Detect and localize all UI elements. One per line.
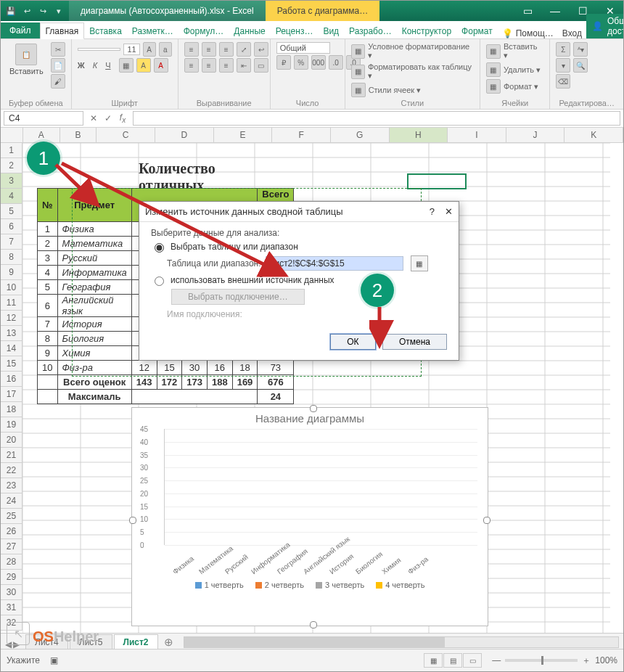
font-color-icon[interactable]: A: [154, 58, 168, 73]
row-header[interactable]: 29: [1, 570, 22, 585]
row-header[interactable]: 18: [1, 402, 22, 417]
tell-me[interactable]: 💡 Помощ…: [498, 28, 558, 38]
col-header[interactable]: B: [60, 128, 97, 142]
align-left-icon[interactable]: ≡: [184, 58, 199, 73]
zoom-level[interactable]: 100%: [595, 655, 617, 665]
row-header[interactable]: 8: [1, 250, 22, 265]
font-name[interactable]: [78, 48, 121, 51]
wrap-icon[interactable]: ↩: [254, 42, 268, 57]
row-header[interactable]: 23: [1, 478, 22, 493]
col-header[interactable]: F: [272, 128, 331, 142]
tab-review[interactable]: Реценз…: [271, 23, 319, 38]
format-table-button[interactable]: Форматировать как таблицу ▾: [368, 62, 474, 81]
find-icon[interactable]: 🔍: [573, 58, 588, 73]
name-box[interactable]: C4: [4, 111, 83, 126]
contextual-tab[interactable]: Работа с диаграмма…: [266, 1, 380, 21]
row-header[interactable]: 5: [1, 204, 22, 219]
save-icon[interactable]: 💾: [5, 5, 17, 17]
tab-format[interactable]: Формат: [456, 23, 498, 38]
paste-button[interactable]: 📋 Вставить: [7, 42, 46, 77]
insert-cells-button[interactable]: Вставить ▾: [504, 42, 543, 60]
tab-file[interactable]: Файл: [1, 22, 40, 38]
redo-icon[interactable]: ↪: [37, 5, 49, 17]
inc-dec-icon[interactable]: .0: [329, 55, 343, 70]
fx-icon[interactable]: fx: [115, 112, 130, 124]
view-normal-icon[interactable]: ▦: [424, 653, 443, 668]
view-page-icon[interactable]: ▤: [443, 653, 462, 668]
range-picker-icon[interactable]: ▦: [411, 255, 428, 271]
row-header[interactable]: 4: [1, 189, 22, 204]
row-header[interactable]: 16: [1, 372, 22, 387]
tab-view[interactable]: Вид: [318, 23, 344, 38]
align-mid-icon[interactable]: ≡: [202, 42, 216, 57]
col-header[interactable]: H: [390, 128, 448, 142]
new-sheet-icon[interactable]: ⊕: [158, 635, 179, 650]
cut-icon[interactable]: ✂: [51, 42, 65, 57]
row-header[interactable]: 31: [1, 600, 22, 615]
enter-fx-icon[interactable]: ✓: [101, 113, 115, 123]
select-all-corner[interactable]: [1, 128, 23, 142]
row-header[interactable]: 9: [1, 265, 22, 280]
font-size[interactable]: 11: [123, 44, 139, 55]
row-header[interactable]: 25: [1, 509, 22, 524]
comma-icon[interactable]: 000: [311, 55, 326, 70]
row-header[interactable]: 19: [1, 417, 22, 433]
chart-plot-area[interactable]: 051015202530354045: [164, 429, 477, 545]
ribbon-options-icon[interactable]: ▭: [514, 1, 541, 21]
clear-icon[interactable]: ⌫: [556, 74, 570, 89]
autosum-icon[interactable]: Σ: [556, 42, 570, 57]
undo-icon[interactable]: ↩: [21, 5, 33, 17]
grow-font-icon[interactable]: A: [143, 42, 156, 57]
horizontal-scrollbar[interactable]: [184, 636, 619, 648]
currency-icon[interactable]: ₽: [276, 55, 291, 70]
view-break-icon[interactable]: ▭: [463, 653, 482, 668]
row-header[interactable]: 21: [1, 448, 22, 463]
align-bot-icon[interactable]: ≡: [219, 42, 234, 57]
col-header[interactable]: D: [155, 128, 214, 142]
row-header[interactable]: 6: [1, 219, 22, 234]
col-header[interactable]: E: [214, 128, 273, 142]
orientation-icon[interactable]: ⤢: [237, 42, 251, 57]
tab-insert[interactable]: Вставка: [84, 23, 127, 38]
zoom-slider[interactable]: ― ＋ 100%: [492, 655, 617, 667]
column-headers[interactable]: A BCDEFGHIJK: [1, 128, 623, 143]
indent-dec-icon[interactable]: ⇤: [237, 58, 251, 73]
row-header[interactable]: 7: [1, 234, 22, 250]
tab-layout[interactable]: Разметк…: [127, 23, 178, 38]
cond-format-button[interactable]: Условное форматирование ▾: [368, 42, 474, 60]
minimize-icon[interactable]: ―: [542, 1, 568, 21]
col-header[interactable]: C: [97, 128, 155, 142]
row-header[interactable]: 30: [1, 585, 22, 600]
format-painter-icon[interactable]: 🖌: [51, 74, 65, 89]
embedded-chart[interactable]: Название диаграммы 051015202530354045 Фи…: [131, 407, 488, 626]
row-header[interactable]: 27: [1, 539, 22, 554]
bold-icon[interactable]: Ж: [78, 61, 85, 70]
row-header[interactable]: 3: [1, 173, 22, 189]
tab-data[interactable]: Данные: [229, 23, 270, 38]
radio-select-range[interactable]: [155, 243, 164, 253]
row-header[interactable]: 15: [1, 356, 22, 372]
row-headers[interactable]: 1234567891011121314151617181920212223242…: [1, 143, 22, 631]
tab-developer[interactable]: Разрабо…: [344, 23, 397, 38]
format-cells-button[interactable]: Формат ▾: [504, 82, 538, 91]
worksheet[interactable]: A BCDEFGHIJK 123456789101112131415161718…: [1, 128, 623, 634]
sheet-tab[interactable]: Лист2: [114, 634, 158, 650]
row-header[interactable]: 11: [1, 295, 22, 311]
tab-home[interactable]: Главная: [40, 22, 85, 39]
percent-icon[interactable]: %: [294, 55, 308, 70]
row-header[interactable]: 1: [1, 143, 22, 158]
row-header[interactable]: 17: [1, 387, 22, 402]
tab-design[interactable]: Конструктор: [397, 23, 456, 38]
merge-icon[interactable]: ▭: [254, 58, 268, 73]
copy-icon[interactable]: 📄: [51, 58, 65, 73]
col-header[interactable]: G: [331, 128, 390, 142]
border-icon[interactable]: ▦: [119, 58, 134, 73]
align-right-icon[interactable]: ≡: [219, 58, 234, 73]
radio-external[interactable]: [155, 276, 164, 286]
fill-icon[interactable]: ▾: [556, 58, 570, 73]
align-center-icon[interactable]: ≡: [202, 58, 216, 73]
ok-button[interactable]: ОК: [330, 334, 375, 350]
underline-icon[interactable]: Ч: [105, 61, 110, 70]
col-header[interactable]: I: [448, 128, 506, 142]
row-header[interactable]: 24: [1, 493, 22, 509]
